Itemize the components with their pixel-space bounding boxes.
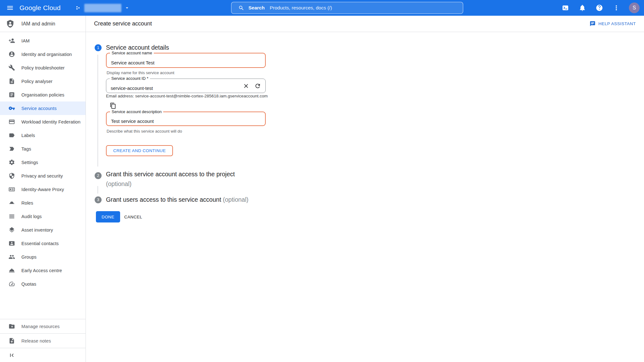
service-bell-icon xyxy=(8,267,15,274)
refresh-icon[interactable] xyxy=(254,83,261,89)
content-header: Create service account HELP ASSISTANT xyxy=(86,16,644,32)
service-account-id-field[interactable]: Service account ID * xyxy=(106,79,266,93)
help-assistant-button[interactable]: HELP ASSISTANT xyxy=(590,21,636,27)
sidebar-item-labels[interactable]: Labels xyxy=(0,129,86,142)
project-switcher-icon xyxy=(75,5,81,11)
cancel-button[interactable]: CANCEL xyxy=(119,211,147,222)
badge-icon xyxy=(8,118,15,125)
sidebar-footer: Manage resources Release notes xyxy=(0,319,86,362)
search-placeholder: Products, resources, docs (/) xyxy=(270,5,332,11)
sidebar-item-settings[interactable]: Settings xyxy=(0,156,86,169)
service-account-id-label: Service account ID * xyxy=(110,76,150,81)
article-icon xyxy=(8,91,15,98)
sidebar: IAM and admin IAM Identity and organisat… xyxy=(0,16,86,362)
sidebar-title: IAM and admin xyxy=(21,21,55,27)
step-3-badge: 3 xyxy=(95,196,102,203)
sidebar-item-policy-analyser[interactable]: Policy analyser xyxy=(0,74,86,88)
step-2-title: Grant this service account access to the… xyxy=(106,169,301,189)
people-icon xyxy=(8,254,15,260)
copy-icon[interactable] xyxy=(110,102,116,109)
service-account-description-label: Service account description xyxy=(110,109,163,114)
sidebar-item-audit-logs[interactable]: Audit logs xyxy=(0,210,86,223)
sidebar-header: IAM and admin xyxy=(0,16,86,32)
step-3-title: Grant users access to this service accou… xyxy=(106,195,248,205)
collapse-panel-icon xyxy=(8,352,15,359)
note-add-icon xyxy=(8,337,15,344)
wrench-icon xyxy=(8,64,15,71)
sidebar-item-release-notes[interactable]: Release notes xyxy=(0,333,86,348)
shield-person-icon xyxy=(6,19,14,28)
google-cloud-logo: Google Cloud xyxy=(19,4,61,12)
sidebar-item-privacy-security[interactable]: Privacy and security xyxy=(0,169,86,183)
service-account-name-label: Service account name xyxy=(110,51,154,55)
sidebar-item-tags[interactable]: Tags xyxy=(0,142,86,156)
step-3-optional: (optional) xyxy=(223,196,248,203)
avatar[interactable]: S xyxy=(629,3,640,13)
name-helper-text: Display name for this service account xyxy=(107,70,174,75)
account-circle-icon xyxy=(8,51,15,58)
gear-icon xyxy=(8,159,15,166)
layers-icon xyxy=(8,227,15,233)
service-account-description-input[interactable] xyxy=(107,112,265,125)
create-and-continue-button[interactable]: CREATE AND CONTINUE xyxy=(106,145,173,156)
list-lines-icon xyxy=(8,213,15,220)
description-helper-text: Describe what this service account will … xyxy=(107,129,182,134)
proxy-icon xyxy=(8,186,15,193)
page-title: Create service account xyxy=(94,20,152,27)
topbar: Google Cloud Search Products, resources,… xyxy=(0,0,644,16)
sidebar-item-workload-identity-federation[interactable]: Workload Identity Federation xyxy=(0,115,86,129)
stepper-connector xyxy=(97,186,98,194)
service-account-description-field[interactable]: Service account description xyxy=(106,112,266,126)
clear-icon[interactable] xyxy=(243,83,249,89)
sidebar-item-identity-aware-proxy[interactable]: Identity-Aware Proxy xyxy=(0,183,86,196)
search-icon xyxy=(238,5,244,11)
project-name-redacted xyxy=(84,4,121,12)
notifications-icon[interactable] xyxy=(579,4,586,12)
person-add-icon xyxy=(8,37,15,44)
email-address-text: Email address: service-account-test@nimb… xyxy=(106,94,268,98)
sidebar-item-early-access-centre[interactable]: Early Access centre xyxy=(0,264,86,277)
sidebar-item-iam[interactable]: IAM xyxy=(0,34,86,47)
menu-icon[interactable] xyxy=(6,4,14,12)
sidebar-item-roles[interactable]: Roles xyxy=(0,196,86,210)
project-selector[interactable] xyxy=(75,4,130,12)
tag-arrow-icon xyxy=(8,145,15,152)
chevron-down-icon xyxy=(124,5,130,11)
step-2-badge: 2 xyxy=(95,172,102,179)
step-1-badge: 1 xyxy=(95,44,102,51)
sidebar-item-organisation-policies[interactable]: Organisation policies xyxy=(0,88,86,101)
search-bar[interactable]: Search Products, resources, docs (/) xyxy=(231,2,463,14)
sidebar-nav: IAM Identity and organisation Policy tro… xyxy=(0,32,86,291)
document-gear-icon xyxy=(8,78,15,85)
sidebar-collapse-button[interactable] xyxy=(0,348,86,362)
sidebar-item-service-accounts[interactable]: Service accounts xyxy=(0,101,86,115)
service-account-name-field[interactable]: Service account name xyxy=(106,53,266,68)
more-vert-icon[interactable] xyxy=(613,4,620,12)
sidebar-item-identity-organisation[interactable]: Identity and organisation xyxy=(0,47,86,61)
done-button[interactable]: DONE xyxy=(96,211,120,222)
sidebar-item-quotas[interactable]: Quotas xyxy=(0,277,86,291)
sidebar-item-essential-contacts[interactable]: Essential contacts xyxy=(0,237,86,250)
hat-icon xyxy=(8,200,15,206)
gauge-icon xyxy=(8,281,15,287)
label-icon xyxy=(8,132,15,139)
help-icon[interactable] xyxy=(596,4,603,12)
sidebar-item-groups[interactable]: Groups xyxy=(0,250,86,264)
topbar-actions: S xyxy=(552,0,640,16)
step-2-optional: (optional) xyxy=(106,180,131,187)
content-area: Create service account HELP ASSISTANT 1 … xyxy=(86,16,644,362)
sidebar-item-manage-resources[interactable]: Manage resources xyxy=(0,319,86,333)
stepper-connector xyxy=(97,55,98,167)
chat-icon xyxy=(590,21,596,27)
key-icon xyxy=(8,105,15,112)
cloud-shell-icon[interactable] xyxy=(562,4,569,12)
create-service-account-form: 1 Service account details Service accoun… xyxy=(86,32,644,362)
sidebar-item-policy-troubleshooter[interactable]: Policy troubleshooter xyxy=(0,61,86,74)
service-account-id-input[interactable] xyxy=(106,79,226,93)
shield-icon xyxy=(8,173,15,179)
service-account-name-input[interactable] xyxy=(107,53,265,67)
id-field-actions xyxy=(243,83,261,89)
sidebar-item-asset-inventory[interactable]: Asset inventory xyxy=(0,223,86,237)
search-label: Search xyxy=(248,5,265,11)
contact-card-icon xyxy=(8,240,15,247)
